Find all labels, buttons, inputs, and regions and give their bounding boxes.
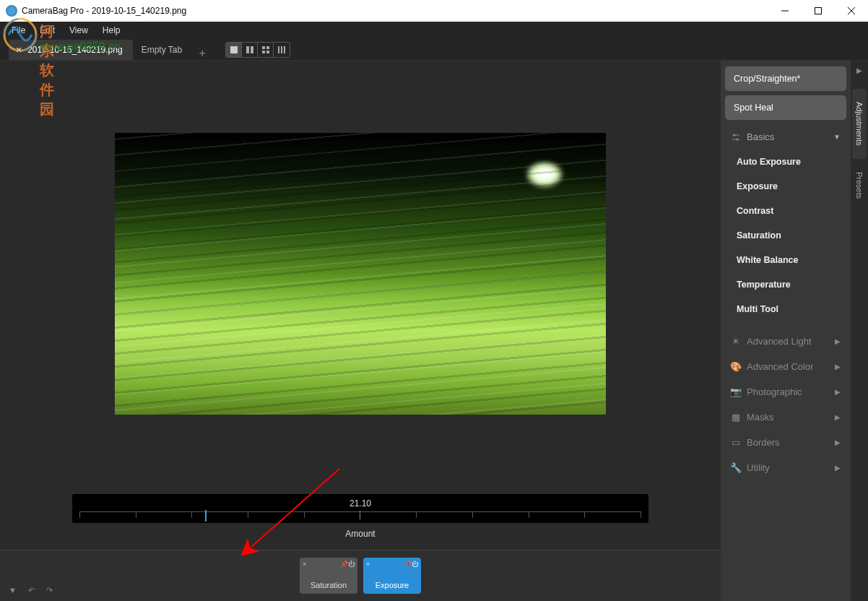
tab-label: Empty Tab	[142, 45, 182, 55]
section-basics[interactable]: Basics ▼	[725, 124, 846, 150]
checker-icon: ▦	[731, 412, 741, 423]
menu-bar: File Edit View Help	[0, 22, 868, 39]
svg-rect-11	[262, 51, 265, 53]
canvas-area: 21.10 Amount ▼ ↶ ↷ ×📌⏻ Saturation	[0, 61, 721, 601]
expand-panel-icon[interactable]: ▶	[856, 66, 862, 74]
chevron-right-icon: ▶	[835, 337, 841, 345]
svg-rect-14	[281, 46, 282, 53]
chip-close-icon[interactable]: ×	[303, 561, 306, 568]
chevron-right-icon: ▶	[835, 438, 841, 446]
section-advanced-light[interactable]: ☀ Advanced Light ▶	[725, 329, 846, 354]
chip-label: Exposure	[376, 581, 409, 589]
section-label: Advanced Light	[747, 336, 812, 347]
menu-help[interactable]: Help	[97, 23, 126, 38]
view-mode-single[interactable]	[226, 43, 242, 57]
chevron-down-icon: ▼	[833, 133, 841, 141]
window-title: CameraBag Pro - 2019-10-15_140219.png	[22, 6, 768, 16]
palette-icon: 🎨	[731, 362, 741, 372]
view-mode-columns[interactable]	[274, 43, 290, 57]
effect-chip-saturation[interactable]: ×📌⏻ Saturation	[300, 558, 357, 594]
undo-icon[interactable]: ↶	[28, 586, 35, 595]
vtab-presets[interactable]: Presets	[852, 159, 867, 212]
close-button[interactable]	[835, 0, 868, 22]
view-mode-grid[interactable]	[258, 43, 274, 57]
chevron-right-icon: ▶	[835, 464, 841, 472]
section-label: Masks	[747, 412, 774, 423]
section-label: Borders	[747, 437, 780, 448]
chevron-right-icon: ▶	[835, 388, 841, 396]
effect-chip-exposure[interactable]: ×📌⏻ Exposure	[363, 558, 421, 594]
adjust-auto-exposure[interactable]: Auto Exposure	[731, 150, 846, 174]
tab-empty[interactable]: Empty Tab	[134, 40, 192, 60]
camera-icon: 📷	[731, 387, 741, 397]
svg-rect-10	[266, 46, 269, 49]
menu-file[interactable]: File	[6, 23, 31, 38]
chip-pin-power-icon[interactable]: 📌⏻	[404, 561, 418, 568]
section-label: Utility	[747, 462, 770, 473]
crop-straighten-button[interactable]: Crop/Straighten*	[725, 66, 846, 91]
tab-document[interactable]: × 2019-10-15_140219.png	[9, 40, 133, 60]
adjust-multi-tool[interactable]: Multi Tool	[731, 297, 846, 321]
adjust-saturation[interactable]: Saturation	[731, 223, 846, 248]
minimize-button[interactable]	[768, 0, 802, 22]
chevron-right-icon: ▶	[835, 413, 841, 421]
svg-rect-7	[246, 46, 249, 53]
view-mode-group	[225, 42, 290, 58]
vertical-tabs: ▶ Adjustments Presets	[851, 61, 868, 601]
slider-label: Amount	[72, 529, 648, 539]
tab-close-icon[interactable]: ×	[16, 44, 22, 56]
section-photographic[interactable]: 📷 Photographic ▶	[725, 379, 846, 405]
app-icon	[6, 5, 17, 17]
window-titlebar: CameraBag Pro - 2019-10-15_140219.png	[0, 0, 868, 22]
section-label: Advanced Color	[747, 361, 814, 372]
tab-add-button[interactable]: +	[194, 47, 211, 60]
amount-slider[interactable]: 21.10	[72, 494, 648, 523]
wrench-icon: 🔧	[731, 463, 741, 473]
image-viewport[interactable]	[0, 61, 721, 487]
svg-point-18	[734, 134, 736, 136]
spot-heal-button[interactable]: Spot Heal	[725, 95, 846, 120]
vtab-adjustments[interactable]: Adjustments	[852, 89, 867, 159]
svg-rect-6	[230, 46, 238, 53]
adjust-white-balance[interactable]: White Balance	[731, 248, 846, 272]
section-utility[interactable]: 🔧 Utility ▶	[725, 455, 846, 480]
menu-edit[interactable]: Edit	[34, 23, 61, 38]
svg-rect-9	[262, 46, 265, 49]
svg-rect-8	[251, 46, 253, 53]
tab-bar: × 2019-10-15_140219.png Empty Tab +	[0, 39, 868, 61]
tab-label: 2019-10-15_140219.png	[27, 45, 122, 55]
chip-close-icon[interactable]: ×	[366, 561, 370, 568]
slider-value: 21.10	[350, 498, 371, 509]
collapse-down-icon[interactable]: ▼	[9, 586, 17, 595]
view-mode-split-before-after[interactable]	[242, 43, 258, 57]
svg-rect-1	[815, 8, 822, 14]
adjust-temperature[interactable]: Temperature	[731, 272, 846, 297]
adjustments-sidebar: Crop/Straighten* Spot Heal Basics ▼ Auto…	[721, 61, 851, 601]
sliders-icon	[731, 132, 741, 142]
slider-panel: 21.10 Amount	[0, 487, 721, 550]
chevron-right-icon: ▶	[835, 363, 841, 371]
menu-view[interactable]: View	[64, 23, 94, 38]
chip-pin-power-icon[interactable]: 📌⏻	[340, 561, 355, 568]
section-masks[interactable]: ▦ Masks ▶	[725, 405, 846, 430]
image-preview	[115, 133, 606, 415]
svg-point-20	[737, 138, 739, 140]
redo-icon[interactable]: ↷	[46, 586, 53, 595]
border-icon: ▭	[731, 438, 741, 448]
chip-label: Saturation	[311, 581, 347, 589]
maximize-button[interactable]	[802, 0, 835, 22]
adjust-exposure[interactable]: Exposure	[731, 174, 846, 199]
svg-rect-12	[266, 51, 269, 53]
section-borders[interactable]: ▭ Borders ▶	[725, 430, 846, 455]
svg-rect-15	[284, 46, 285, 53]
adjust-contrast[interactable]: Contrast	[731, 199, 846, 223]
svg-rect-13	[278, 46, 279, 53]
section-label: Basics	[747, 131, 774, 142]
slider-handle[interactable]	[205, 510, 207, 522]
section-label: Photographic	[747, 386, 802, 397]
effects-bar: ▼ ↶ ↷ ×📌⏻ Saturation ×📌⏻ Exposure	[0, 550, 721, 601]
slider-ticks	[79, 511, 641, 519]
sun-icon: ☀	[731, 337, 741, 347]
section-advanced-color[interactable]: 🎨 Advanced Color ▶	[725, 354, 846, 379]
